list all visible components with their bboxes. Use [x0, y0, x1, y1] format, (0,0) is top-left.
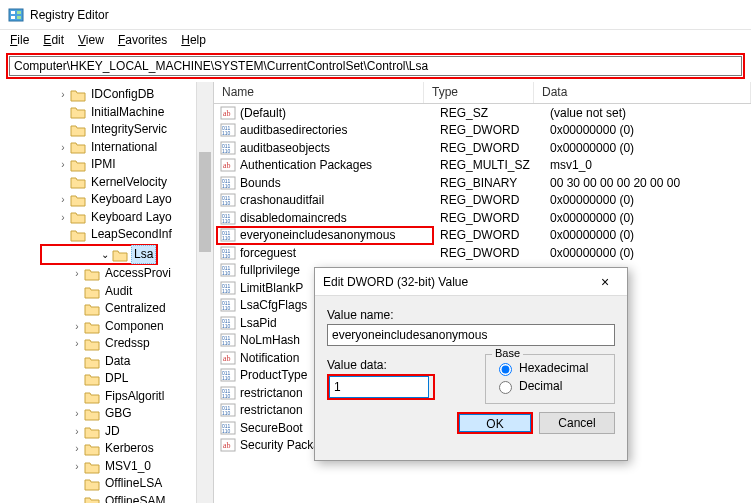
highlight-address: [6, 53, 745, 79]
tree-item[interactable]: ›Kerberos: [0, 440, 213, 458]
chevron-right-icon[interactable]: ›: [70, 265, 84, 283]
tree-item[interactable]: ›Keyboard Layo: [0, 209, 213, 227]
value-data: 0x00000000 (0): [550, 228, 751, 242]
col-header-data[interactable]: Data: [534, 82, 751, 103]
base-group: Base Hexadecimal Decimal: [485, 354, 615, 404]
chevron-right-icon[interactable]: ›: [70, 440, 84, 458]
value-data-field[interactable]: [329, 376, 429, 398]
chevron-right-icon[interactable]: ›: [56, 156, 70, 174]
chevron-right-icon[interactable]: ›: [70, 335, 84, 353]
tree-item[interactable]: LeapSecondInf: [0, 226, 213, 244]
tree-item[interactable]: Audit: [0, 283, 213, 301]
value-data: 00 30 00 00 00 20 00 00: [550, 176, 751, 190]
radio-dec-label: Decimal: [519, 379, 562, 393]
string-value-icon: ab: [220, 158, 236, 172]
tree-label: IPMI: [89, 156, 118, 174]
tree-item[interactable]: ›Credssp: [0, 335, 213, 353]
chevron-right-icon[interactable]: ›: [70, 423, 84, 441]
tree-item[interactable]: DPL: [0, 370, 213, 388]
tree-item[interactable]: ›GBG: [0, 405, 213, 423]
list-row[interactable]: 011110everyoneincludesanonymousREG_DWORD…: [214, 227, 751, 245]
svg-text:110: 110: [222, 218, 231, 224]
list-row[interactable]: 011110auditbaseobjectsREG_DWORD0x0000000…: [214, 139, 751, 157]
radio-hex-label: Hexadecimal: [519, 361, 588, 375]
chevron-right-icon[interactable]: ›: [70, 458, 84, 476]
menu-favorites[interactable]: Favorites: [112, 31, 173, 49]
cancel-button[interactable]: Cancel: [539, 412, 615, 434]
svg-text:110: 110: [222, 183, 231, 189]
list-row[interactable]: 011110forceguestREG_DWORD0x00000000 (0): [214, 244, 751, 262]
tree-item[interactable]: IntegrityServic: [0, 121, 213, 139]
value-type: REG_DWORD: [440, 211, 550, 225]
tree-item[interactable]: OfflineSAM: [0, 493, 213, 503]
tree-item[interactable]: KernelVelocity: [0, 174, 213, 192]
list-header[interactable]: Name Type Data: [214, 82, 751, 104]
chevron-right-icon[interactable]: ›: [56, 209, 70, 227]
tree-item[interactable]: Data: [0, 353, 213, 371]
folder-icon: [84, 372, 100, 386]
close-icon[interactable]: ×: [591, 274, 619, 290]
col-header-type[interactable]: Type: [424, 82, 534, 103]
radio-hex-row[interactable]: Hexadecimal: [494, 359, 606, 377]
value-type: REG_DWORD: [440, 141, 550, 155]
highlight-value-data: [327, 374, 435, 400]
tree-item[interactable]: ›MSV1_0: [0, 458, 213, 476]
binary-value-icon: 011110: [220, 281, 236, 295]
svg-text:110: 110: [222, 340, 231, 346]
tree-item[interactable]: OfflineLSA: [0, 475, 213, 493]
tree-label: IntegrityServic: [89, 121, 169, 139]
tree-pane[interactable]: ›IDConfigDBInitialMachineIntegrityServic…: [0, 82, 214, 503]
tree-item[interactable]: InitialMachine: [0, 104, 213, 122]
radio-hex[interactable]: [499, 363, 512, 376]
binary-value-icon: 011110: [220, 333, 236, 347]
list-row[interactable]: 011110disabledomaincredsREG_DWORD0x00000…: [214, 209, 751, 227]
chevron-right-icon[interactable]: ›: [70, 405, 84, 423]
menu-view[interactable]: View: [72, 31, 110, 49]
tree-label: DPL: [103, 370, 130, 388]
list-row[interactable]: ab(Default)REG_SZ(value not set): [214, 104, 751, 122]
value-data: 0x00000000 (0): [550, 246, 751, 260]
menu-edit[interactable]: Edit: [37, 31, 70, 49]
svg-rect-2: [11, 16, 15, 19]
tree-item[interactable]: ›IPMI: [0, 156, 213, 174]
chevron-right-icon[interactable]: ›: [56, 191, 70, 209]
binary-value-icon: 011110: [220, 246, 236, 260]
tree-item[interactable]: FipsAlgoritl: [0, 388, 213, 406]
list-row[interactable]: 011110auditbasedirectoriesREG_DWORD0x000…: [214, 122, 751, 140]
menu-bar: File Edit View Favorites Help: [0, 30, 751, 50]
value-data: 0x00000000 (0): [550, 193, 751, 207]
chevron-down-icon[interactable]: ⌄: [98, 246, 112, 264]
chevron-right-icon[interactable]: ›: [56, 139, 70, 157]
radio-dec[interactable]: [499, 381, 512, 394]
ok-button[interactable]: OK: [457, 412, 533, 434]
menu-file[interactable]: File: [4, 31, 35, 49]
folder-icon: [84, 320, 100, 334]
tree-item[interactable]: ›AccessProvi: [0, 265, 213, 283]
dialog-titlebar[interactable]: Edit DWORD (32-bit) Value ×: [315, 268, 627, 296]
tree-scrollbar[interactable]: [196, 82, 213, 503]
tree-label: Lsa: [131, 245, 156, 265]
tree-label: Centralized: [103, 300, 168, 318]
tree-item[interactable]: ›IDConfigDB: [0, 86, 213, 104]
value-name-field[interactable]: [327, 324, 615, 346]
tree-item[interactable]: Centralized: [0, 300, 213, 318]
list-row[interactable]: 011110BoundsREG_BINARY00 30 00 00 00 20 …: [214, 174, 751, 192]
chevron-right-icon[interactable]: ›: [70, 318, 84, 336]
radio-dec-row[interactable]: Decimal: [494, 377, 606, 395]
tree-item[interactable]: ›JD: [0, 423, 213, 441]
tree-item[interactable]: ⌄Lsa: [42, 246, 156, 264]
string-value-icon: ab: [220, 106, 236, 120]
chevron-right-icon[interactable]: ›: [56, 86, 70, 104]
string-value-icon: ab: [220, 438, 236, 452]
address-input[interactable]: [9, 56, 742, 76]
value-type: REG_DWORD: [440, 246, 550, 260]
tree-item[interactable]: ›Componen: [0, 318, 213, 336]
list-row[interactable]: 011110crashonauditfailREG_DWORD0x0000000…: [214, 192, 751, 210]
menu-help[interactable]: Help: [175, 31, 212, 49]
list-row[interactable]: abAuthentication PackagesREG_MULTI_SZmsv…: [214, 157, 751, 175]
folder-icon: [70, 158, 86, 172]
tree-item[interactable]: ›International: [0, 139, 213, 157]
col-header-name[interactable]: Name: [214, 82, 424, 103]
tree-item[interactable]: ›Keyboard Layo: [0, 191, 213, 209]
value-name-label: Value name:: [327, 308, 615, 322]
